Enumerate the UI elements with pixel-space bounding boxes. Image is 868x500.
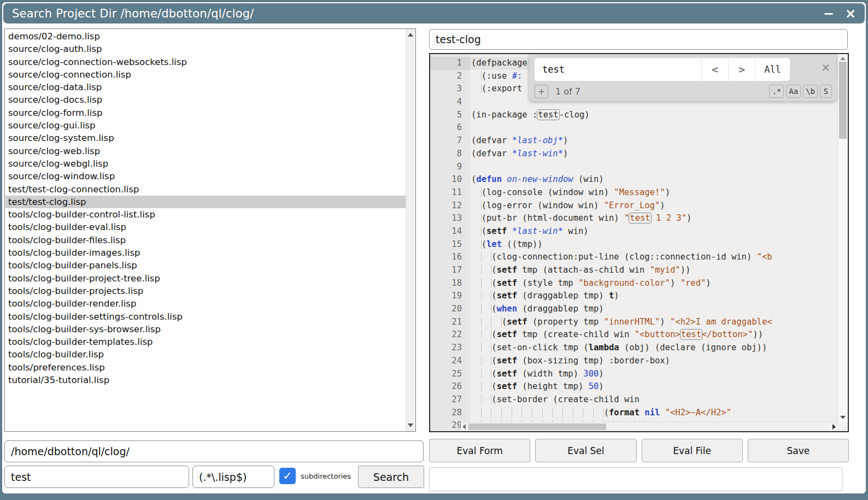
search-term-input[interactable]: [4, 466, 189, 488]
line-number: 1: [430, 57, 470, 70]
subdirectories-checkbox[interactable]: ✓: [279, 468, 296, 484]
scroll-up-icon[interactable]: [408, 33, 413, 37]
package-name-input[interactable]: [429, 29, 848, 50]
list-item[interactable]: source/clog-connection.lisp: [5, 68, 406, 81]
editor-horizontal-scrollbar[interactable]: [461, 422, 837, 431]
search-button[interactable]: Search: [358, 466, 424, 488]
list-item[interactable]: tools/clog-builder-control-list.lisp: [5, 208, 406, 221]
eval-sel-button[interactable]: Eval Sel: [535, 439, 636, 462]
eval-form-button[interactable]: Eval Form: [429, 439, 530, 462]
in-selection-toggle[interactable]: S: [820, 85, 832, 98]
line-number: 27: [430, 393, 470, 407]
list-item[interactable]: tools/clog-builder-templates.lisp: [5, 336, 406, 348]
close-search-icon[interactable]: ✕: [821, 62, 830, 73]
code-line[interactable]: (setf (height tmp) 50): [470, 380, 837, 393]
code-line[interactable]: (when (draggablep tmp): [470, 303, 837, 316]
next-match-button[interactable]: >: [728, 58, 755, 81]
editor-search-overlay: < > All ✕ + 1 of 7 .* Aa \b S: [529, 54, 836, 101]
list-item[interactable]: tools/clog-builder.lisp: [5, 348, 406, 361]
list-item[interactable]: tools/clog-builder-projects.lisp: [5, 285, 406, 297]
code-line[interactable]: (defvar *last-win*): [470, 148, 837, 161]
code-editor[interactable]: 1234567891011121314151617181920212223242…: [429, 53, 849, 432]
list-item[interactable]: source/clog-connection-websockets.lisp: [5, 56, 406, 68]
whole-word-toggle[interactable]: \b: [803, 85, 818, 98]
line-number: 25: [430, 368, 470, 381]
list-item[interactable]: source/clog-webgl.lisp: [5, 157, 406, 170]
case-sensitive-toggle[interactable]: Aa: [786, 85, 801, 98]
list-item[interactable]: tools/preferences.lisp: [5, 361, 406, 374]
line-number: 8: [430, 148, 470, 161]
list-item[interactable]: tools/clog-builder-eval.lisp: [5, 221, 406, 233]
list-item[interactable]: demos/02-demo.lisp: [5, 30, 406, 43]
search-results-listbox[interactable]: demos/02-demo.lispsource/clog-auth.lisps…: [4, 28, 416, 432]
minimize-button[interactable]: −: [823, 7, 834, 20]
line-number: 24: [430, 355, 470, 368]
titlebar[interactable]: Search Project Dir /home/dbotton/ql/clog…: [3, 3, 865, 23]
line-number: 12: [430, 199, 470, 213]
horizontal-scroll-thumb[interactable]: [468, 423, 606, 430]
code-line[interactable]: (set-on-click tmp (lambda (obj) (declare…: [470, 342, 837, 355]
close-button[interactable]: ×: [845, 7, 856, 20]
list-item[interactable]: tools/clog-builder-sys-browser.lisp: [5, 323, 406, 336]
previous-match-button[interactable]: <: [701, 58, 728, 81]
code-line[interactable]: (clog-connection:put-line (clog::connect…: [470, 251, 837, 264]
code-line[interactable]: (in-package :test-clog): [470, 109, 837, 122]
eval-file-button[interactable]: Eval File: [642, 439, 743, 462]
list-item[interactable]: source/clog-window.lisp: [5, 170, 406, 183]
code-line[interactable]: (let ((tmp)): [470, 238, 837, 251]
list-item[interactable]: tools/clog-builder-project-tree.lisp: [5, 272, 406, 285]
code-line[interactable]: (setf tmp (attach-as-child win "myid")): [470, 264, 837, 277]
code-line[interactable]: (log-error (window win) "Error_Log"): [470, 199, 837, 213]
editor-code-area[interactable]: (defpackage (:use #: (:export(in-package…: [470, 54, 837, 422]
list-item[interactable]: test/test-clog.lisp: [5, 196, 406, 208]
find-all-button[interactable]: All: [755, 58, 790, 81]
code-line[interactable]: (format nil "<H2>~A</H2>": [470, 407, 837, 420]
code-line[interactable]: (setf (draggablep tmp) t): [470, 290, 837, 303]
editor-search-input[interactable]: [535, 58, 701, 81]
vertical-scroll-thumb[interactable]: [839, 62, 847, 139]
editor-vertical-scrollbar[interactable]: [837, 54, 848, 422]
code-line[interactable]: (set-border (create-child win: [470, 393, 837, 407]
list-item[interactable]: source/clog-system.lisp: [5, 132, 406, 144]
editor-search-field: < > All: [535, 58, 790, 81]
code-line[interactable]: (log-console (window win) "Message!"): [470, 186, 837, 199]
list-item[interactable]: tools/clog-builder-files.lisp: [5, 234, 406, 246]
list-item[interactable]: source/clog-docs.lisp: [5, 93, 406, 106]
list-item[interactable]: source/clog-gui.lisp: [5, 119, 406, 132]
list-item[interactable]: tools/clog-builder-settings-controls.lis…: [5, 310, 406, 323]
code-line[interactable]: (setf (width tmp) 300): [470, 368, 837, 381]
search-project-window: Search Project Dir /home/dbotton/ql/clog…: [0, 0, 868, 500]
list-item[interactable]: source/clog-data.lisp: [5, 81, 406, 93]
line-number: 4: [430, 96, 470, 109]
regex-toggle[interactable]: .*: [769, 85, 784, 98]
list-item[interactable]: tools/clog-builder-panels.lisp: [5, 259, 406, 272]
code-line[interactable]: (defun on-new-window (win): [470, 173, 837, 186]
eval-result-input[interactable]: [429, 467, 842, 491]
file-regex-input[interactable]: [192, 466, 274, 488]
scroll-left-icon[interactable]: [462, 424, 466, 430]
list-item[interactable]: source/clog-auth.lisp: [5, 43, 406, 55]
list-item[interactable]: source/clog-web.lisp: [5, 145, 406, 157]
project-dir-input[interactable]: [4, 440, 424, 462]
code-line[interactable]: (setf (style tmp "background-color") "re…: [470, 277, 837, 290]
list-item[interactable]: tutorial/35-tutorial.lisp: [5, 374, 406, 386]
list-item[interactable]: source/clog-form.lisp: [5, 107, 406, 119]
code-line[interactable]: (setf tmp (create-child win "<button>tes…: [470, 328, 837, 342]
code-line[interactable]: (setf (property tmp "innerHTML") "<h2>I …: [470, 316, 837, 329]
code-line[interactable]: (setf (box-sizing tmp) :border-box): [470, 355, 837, 368]
scroll-right-icon[interactable]: [832, 424, 836, 430]
scroll-down-icon[interactable]: [408, 423, 413, 427]
code-line[interactable]: (defvar *last-obj*): [470, 134, 837, 148]
scroll-up-icon[interactable]: [840, 57, 846, 60]
code-line[interactable]: [470, 161, 837, 174]
code-line[interactable]: [470, 121, 837, 134]
code-line[interactable]: (setf *last-win* win): [470, 225, 837, 238]
list-item[interactable]: tools/clog-builder-images.lisp: [5, 246, 406, 259]
list-item[interactable]: tools/clog-builder-render.lisp: [5, 297, 406, 310]
scroll-down-icon[interactable]: [840, 416, 846, 419]
toggle-replace-button[interactable]: +: [535, 85, 548, 98]
code-line[interactable]: (put-br (html-document win) "test 1 2 3"…: [470, 212, 837, 225]
list-item[interactable]: test/test-clog-connection.lisp: [5, 183, 406, 196]
save-button[interactable]: Save: [748, 439, 849, 462]
listbox-scrollbar[interactable]: [406, 29, 415, 431]
